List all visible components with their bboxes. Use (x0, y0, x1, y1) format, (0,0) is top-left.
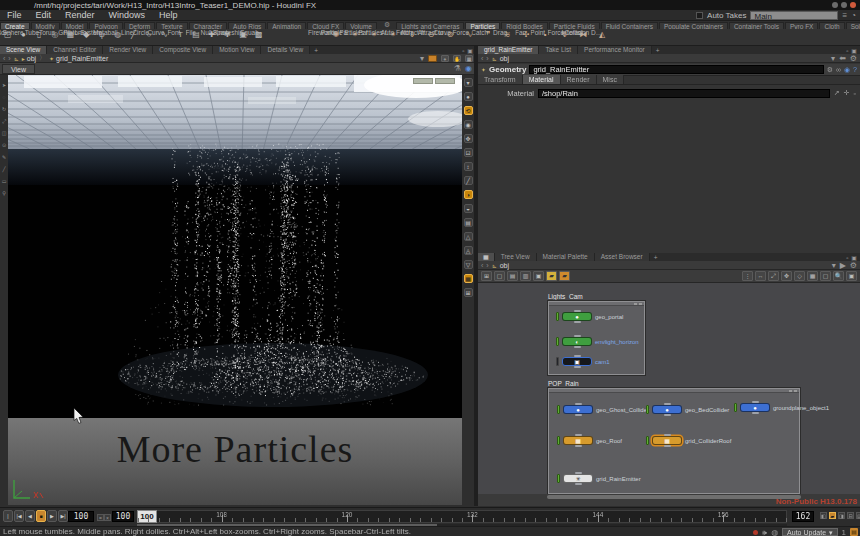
display-option-icon[interactable]: ╱ (464, 176, 473, 185)
display-option-icon[interactable]: ⊞ (464, 288, 473, 297)
netbox-titlebar[interactable] (549, 302, 644, 306)
display-option-icon[interactable]: ◒ (464, 204, 473, 213)
shelf-tab-cloth[interactable]: Cloth (819, 22, 844, 29)
shelf-tab-cloud-fx[interactable]: Cloud FX (307, 22, 344, 29)
network-canvas[interactable]: Lights_Cam●geo_portal◐envlight_horizon▣c… (478, 283, 860, 494)
display-option-icon[interactable]: ↕ (464, 162, 473, 171)
take-list-icon[interactable]: ≡ (842, 11, 847, 20)
range-lock-icon[interactable]: × (104, 514, 111, 521)
display-option-icon[interactable]: △ (464, 232, 473, 241)
node-envlight-horizon[interactable]: ◐envlight_horizon (556, 337, 639, 346)
hand-icon[interactable]: ✋ (453, 55, 461, 62)
tab-details-view[interactable]: Details View (261, 46, 310, 54)
viewport-tool-icon[interactable]: ↻ (2, 107, 6, 112)
display-option-icon[interactable]: ◑ (464, 190, 473, 199)
viewport-tool-icon[interactable]: ⚲ (2, 191, 6, 196)
net-view-icon[interactable]: ◇ (794, 271, 805, 281)
node-flag[interactable] (557, 474, 560, 483)
net-view-icon[interactable]: 🔍 (833, 271, 844, 281)
viewport-tool-icon[interactable]: ◌ (3, 95, 6, 100)
material-path-field[interactable]: /shop/Rain (538, 89, 830, 98)
param-tab-misc[interactable]: Misc (597, 75, 624, 84)
display-option-icon[interactable]: ▦ (464, 274, 473, 283)
shelf-tab-model[interactable]: Model (61, 22, 89, 29)
net-tool-icon[interactable]: ▤ (507, 271, 518, 281)
shelf-tab-character[interactable]: Character (189, 22, 228, 29)
shelf-tab-pyro-fx[interactable]: Pyro FX (785, 22, 818, 29)
node-flag[interactable] (646, 436, 649, 445)
shelf-tab-fluid-containers[interactable]: Fluid Containers (601, 22, 658, 29)
range-end-field[interactable]: 162 (792, 511, 814, 522)
globe-icon[interactable]: ◉ (844, 66, 850, 74)
jump-end-icon[interactable]: ▶| (58, 510, 68, 522)
tab-add-tab-icon[interactable]: + (652, 47, 664, 54)
prev-frame-icon[interactable]: |◀ (14, 510, 24, 522)
viewport-tool-icon[interactable]: ⊙ (2, 143, 6, 148)
tab-network-tab[interactable]: ▦ (478, 253, 495, 261)
node-flag[interactable] (556, 357, 559, 366)
netbox-titlebar[interactable] (549, 389, 799, 393)
chevron-down-icon[interactable]: ▾ (832, 261, 836, 270)
netbox-minimize-icon[interactable] (789, 390, 792, 392)
net-color-orange-icon[interactable]: ▰ (559, 271, 570, 281)
net-view-icon[interactable]: ▦ (807, 271, 818, 281)
viewport-tool-icon[interactable]: ➤ (2, 83, 6, 88)
playbar-option-icon[interactable]: ⊟ (847, 512, 854, 519)
tab-channel-editor[interactable]: Channel Editor (47, 46, 103, 54)
node-flag[interactable] (556, 312, 559, 321)
tab-render-view[interactable]: Render View (103, 46, 153, 54)
shelf-tab-lights-and-cameras[interactable]: Lights and Cameras (396, 22, 464, 29)
range-start-field[interactable]: 100 (112, 511, 134, 522)
node-body[interactable]: ● (563, 405, 593, 414)
play-icon[interactable]: ▶ (47, 510, 57, 522)
node-geo-bedcollider[interactable]: ●geo_BedCollider (646, 405, 729, 414)
notification-icon[interactable]: ◔ (851, 11, 856, 20)
net-view-icon[interactable]: ▢ (820, 271, 831, 281)
net-view-icon[interactable]: ▣ (846, 271, 857, 281)
node-body[interactable]: ◐ (562, 337, 592, 346)
node-geo-roof[interactable]: ▦geo_Roof (557, 436, 622, 445)
tab-material-palette[interactable]: Material Palette (537, 253, 595, 261)
display-option-icon[interactable]: ⟲ (464, 106, 473, 115)
display-option-icon[interactable]: ⊡ (464, 148, 473, 157)
shelf-tab-populate-containers[interactable]: Populate Containers (659, 22, 728, 29)
play-icon[interactable]: ▶ (840, 261, 846, 270)
display-option-icon[interactable]: ▤ (464, 218, 473, 227)
node-flag[interactable] (557, 405, 560, 414)
viewport-tool-icon[interactable]: ◫ (2, 131, 7, 136)
pin-icon[interactable]: ⊾ (492, 55, 497, 62)
forward-icon[interactable]: › (486, 55, 488, 62)
net-tool-icon[interactable]: ▥ (520, 271, 531, 281)
gear-icon[interactable]: ⚙ (827, 66, 833, 74)
shelf-tab-animation[interactable]: Animation (267, 22, 306, 29)
back-icon[interactable]: ‹ (481, 55, 483, 62)
close-icon[interactable] (850, 2, 856, 8)
menu-render[interactable]: Render (58, 10, 102, 20)
node-geo-portal[interactable]: ●geo_portal (556, 312, 623, 321)
gear-icon[interactable]: ⚙ (850, 261, 857, 270)
back-icon[interactable]: ‹ (481, 262, 483, 269)
tab-tree-view[interactable]: Tree View (495, 253, 537, 261)
param-tab-render[interactable]: Render (561, 75, 597, 84)
path-obj[interactable]: obj (500, 55, 509, 62)
node-groundplane-object1[interactable]: ●groundplane_object1 (734, 403, 829, 412)
scrollbar-thumb[interactable] (547, 495, 801, 499)
path-obj[interactable]: obj (500, 262, 509, 269)
forward-icon[interactable]: › (486, 262, 488, 269)
auto-update-selector[interactable]: Auto Update▾ (782, 528, 837, 536)
menu-edit[interactable]: Edit (29, 10, 59, 20)
op-jump-icon[interactable]: ↗ (834, 89, 840, 97)
shelf-tab-texture[interactable]: Texture (156, 22, 187, 29)
tool-collision-d[interactable]: ◭Collision D… (593, 29, 612, 45)
pin-icon[interactable]: ⊾ (492, 262, 497, 269)
node-flag[interactable] (646, 405, 649, 414)
net-view-icon[interactable]: ⋮ (742, 271, 753, 281)
net-view-icon[interactable]: ✥ (781, 271, 792, 281)
playhead[interactable]: 100 (137, 510, 157, 523)
tab-add-tab-icon[interactable]: + (310, 47, 322, 54)
camera-menu-button[interactable] (413, 78, 433, 84)
display-option-icon[interactable]: ▽ (464, 260, 473, 269)
auto-takes-checkbox[interactable] (696, 12, 703, 19)
jump-start-icon[interactable]: |◀◀ (3, 510, 13, 522)
timeline-ruler[interactable]: 100 108120132144156 (137, 510, 787, 523)
